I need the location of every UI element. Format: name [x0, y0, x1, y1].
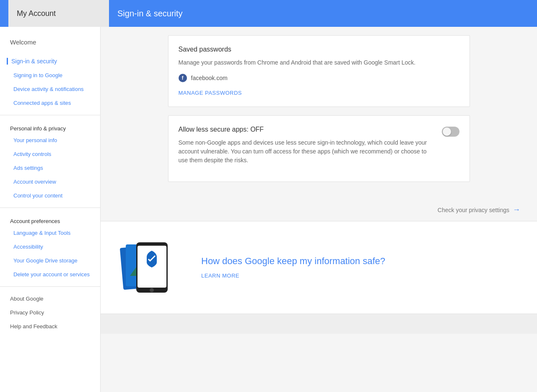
- sidebar-item-account-overview[interactable]: Account overview: [0, 175, 100, 189]
- sidebar-item-delete-account[interactable]: Delete your account or services: [0, 267, 100, 281]
- privacy-settings-text[interactable]: Check your privacy settings: [438, 207, 509, 213]
- footer: [101, 314, 537, 334]
- sidebar-item-device-activity[interactable]: Device activity & notifications: [0, 82, 100, 96]
- sidebar-section-signin: Sign-in & security: [0, 54, 100, 68]
- header: My Account Sign-in & security: [0, 0, 537, 27]
- facebook-icon: f: [179, 74, 187, 82]
- promo-text-area: How does Google keep my information safe…: [201, 256, 385, 279]
- learn-more-link[interactable]: LEARN MORE: [201, 273, 239, 279]
- facebook-row: f facebook.com: [179, 74, 459, 82]
- saved-passwords-card: Saved passwords Manage your passwords fr…: [168, 35, 470, 107]
- toggle-knob: [443, 127, 451, 136]
- sidebar-item-drive-storage[interactable]: Your Google Drive storage: [0, 254, 100, 267]
- toggle-container: [442, 127, 459, 137]
- sidebar-item-signing-in[interactable]: Signing in to Google: [0, 68, 100, 82]
- sidebar-item-help-feedback[interactable]: Help and Feedback: [0, 319, 100, 333]
- sidebar-item-control-content[interactable]: Control your content: [0, 189, 100, 202]
- less-secure-apps-title: Allow less secure apps: OFF: [179, 126, 433, 133]
- main-inner: Saved passwords Manage your passwords fr…: [151, 27, 487, 199]
- less-secure-apps-content: Allow less secure apps: OFF Some non-Goo…: [179, 126, 433, 171]
- promo-heading: How does Google keep my information safe…: [201, 256, 385, 267]
- less-secure-apps-description: Some non-Google apps and devices use les…: [179, 138, 433, 165]
- layout: Welcome Sign-in & security Signing in to…: [0, 27, 537, 392]
- sidebar-section-account-prefs: Account preferences: [0, 213, 100, 226]
- sidebar-item-personal-info[interactable]: Your personal info: [0, 133, 100, 147]
- sidebar-item-connected-apps[interactable]: Connected apps & sites: [0, 96, 100, 110]
- less-secure-apps-row: Allow less secure apps: OFF Some non-Goo…: [179, 126, 459, 171]
- saved-passwords-description: Manage your passwords from Chrome and An…: [179, 58, 459, 67]
- main-content: Saved passwords Manage your passwords fr…: [101, 27, 537, 392]
- sidebar-divider-1: [0, 115, 100, 115]
- sidebar-item-activity-controls[interactable]: Activity controls: [0, 147, 100, 161]
- sidebar-welcome: Welcome: [0, 34, 100, 51]
- svg-point-6: [150, 288, 154, 292]
- page-title: Sign-in & security: [117, 9, 183, 18]
- facebook-url: facebook.com: [191, 75, 228, 81]
- sidebar-item-ads-settings[interactable]: Ads settings: [0, 161, 100, 175]
- sidebar-item-accessibility[interactable]: Accessibility: [0, 240, 100, 254]
- promo-section: How does Google keep my information safe…: [101, 221, 537, 314]
- sidebar: Welcome Sign-in & security Signing in to…: [0, 27, 101, 392]
- sidebar-item-about-google[interactable]: About Google: [0, 292, 100, 306]
- sidebar-divider-3: [0, 286, 100, 287]
- sidebar-section-personal: Personal info & privacy: [0, 120, 100, 133]
- sidebar-divider-2: [0, 208, 100, 208]
- sidebar-title: My Account: [8, 0, 109, 27]
- promo-illustration: [117, 238, 184, 297]
- promo-svg: [117, 238, 184, 297]
- saved-passwords-title: Saved passwords: [179, 46, 459, 53]
- privacy-settings-row: Check your privacy settings →: [101, 199, 537, 221]
- less-secure-apps-card: Allow less secure apps: OFF Some non-Goo…: [168, 115, 470, 182]
- sidebar-item-language[interactable]: Language & Input Tools: [0, 226, 100, 240]
- sidebar-item-privacy-policy[interactable]: Privacy Policy: [0, 306, 100, 319]
- less-secure-apps-toggle[interactable]: [442, 127, 459, 137]
- privacy-settings-arrow: →: [513, 205, 520, 214]
- manage-passwords-link[interactable]: MANAGE PASSWORDS: [179, 90, 242, 96]
